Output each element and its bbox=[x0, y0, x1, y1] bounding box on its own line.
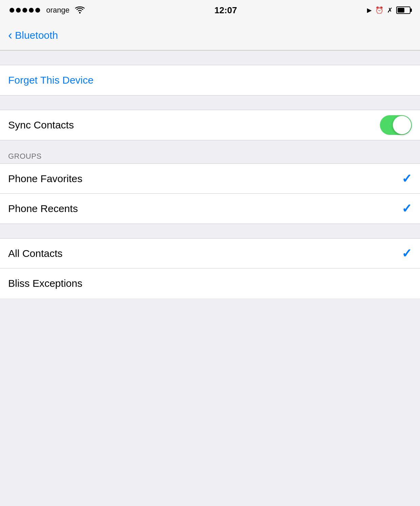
status-bar: orange 12:07 ▶ ⏰ ✗ bbox=[0, 0, 420, 20]
sync-contacts-label: Sync Contacts bbox=[8, 119, 74, 131]
forget-device-label: Forget This Device bbox=[8, 74, 93, 86]
phone-recents-row[interactable]: Phone Recents ✓ bbox=[0, 194, 420, 224]
nav-bar: ‹ Bluetooth bbox=[0, 20, 420, 50]
section-gap-1 bbox=[0, 50, 420, 65]
status-time: 12:07 bbox=[214, 5, 237, 16]
signal-dot-5 bbox=[35, 8, 40, 13]
status-right: ▶ ⏰ ✗ bbox=[367, 6, 410, 14]
all-contacts-row[interactable]: All Contacts ✓ bbox=[0, 239, 420, 268]
groups-section-2: All Contacts ✓ Bliss Exceptions bbox=[0, 239, 420, 298]
signal-dot-1 bbox=[10, 8, 14, 13]
sync-contacts-toggle[interactable] bbox=[380, 115, 412, 135]
phone-favorites-label: Phone Favorites bbox=[8, 173, 82, 185]
phone-recents-label: Phone Recents bbox=[8, 203, 78, 214]
signal-dot-3 bbox=[22, 8, 27, 13]
svg-point-0 bbox=[79, 12, 81, 14]
alarm-icon: ⏰ bbox=[375, 6, 384, 14]
location-icon: ▶ bbox=[367, 6, 372, 14]
toggle-thumb bbox=[393, 116, 411, 134]
sync-contacts-section: Sync Contacts bbox=[0, 110, 420, 140]
back-chevron-icon: ‹ bbox=[8, 29, 12, 41]
bliss-exceptions-row[interactable]: Bliss Exceptions bbox=[0, 268, 420, 298]
groups-header-label: GROUPS bbox=[8, 152, 41, 161]
battery-container bbox=[396, 6, 410, 14]
forget-device-section: Forget This Device bbox=[0, 65, 420, 95]
signal-dot-4 bbox=[29, 8, 34, 13]
phone-recents-check: ✓ bbox=[402, 202, 412, 216]
all-contacts-check: ✓ bbox=[402, 246, 412, 261]
signal-dot-2 bbox=[16, 8, 21, 13]
sync-contacts-row[interactable]: Sync Contacts bbox=[0, 110, 420, 140]
phone-favorites-row[interactable]: Phone Favorites ✓ bbox=[0, 164, 420, 194]
battery-level bbox=[398, 8, 404, 13]
signal-dots bbox=[10, 8, 40, 13]
back-label: Bluetooth bbox=[15, 30, 58, 41]
back-button[interactable]: ‹ Bluetooth bbox=[8, 29, 58, 41]
battery-icon bbox=[396, 6, 410, 14]
carrier-name: orange bbox=[46, 6, 70, 15]
section-gap-3 bbox=[0, 224, 420, 239]
forget-device-row[interactable]: Forget This Device bbox=[0, 65, 420, 95]
all-contacts-label: All Contacts bbox=[8, 248, 63, 259]
phone-favorites-check: ✓ bbox=[402, 172, 412, 186]
section-gap-2 bbox=[0, 95, 420, 110]
status-left: orange bbox=[10, 6, 85, 15]
bluetooth-icon: ✗ bbox=[387, 6, 393, 14]
bliss-exceptions-label: Bliss Exceptions bbox=[8, 278, 82, 289]
groups-header: GROUPS bbox=[0, 140, 420, 164]
wifi-icon bbox=[75, 6, 85, 14]
groups-section-1: Phone Favorites ✓ Phone Recents ✓ bbox=[0, 164, 420, 224]
